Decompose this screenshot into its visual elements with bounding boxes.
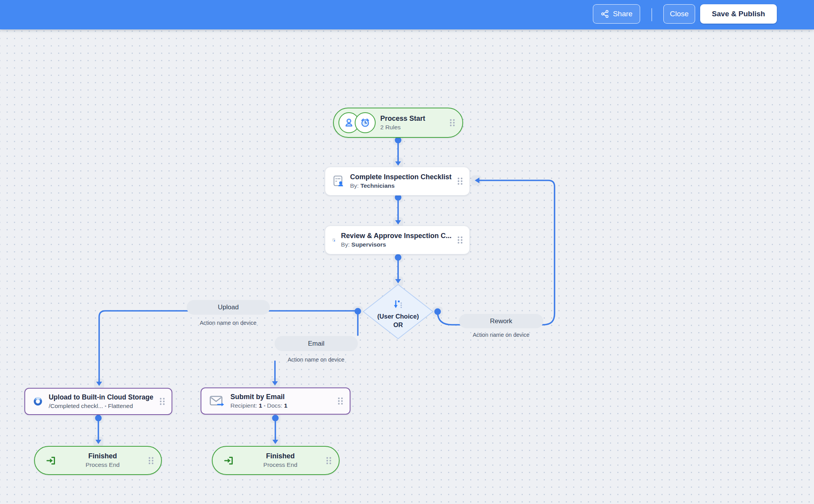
node-title: Complete Inspection Checklist bbox=[350, 173, 452, 181]
by-label: By: bbox=[350, 182, 359, 189]
node-user-choice[interactable]: (User Choice) OR bbox=[359, 281, 437, 343]
checklist-form-icon bbox=[332, 233, 336, 247]
node-title: Finished bbox=[266, 452, 295, 460]
docs-label: Docs: bbox=[267, 402, 282, 409]
drag-handle-icon[interactable] bbox=[457, 236, 463, 244]
node-subtitle: By: Supervisors bbox=[341, 241, 452, 248]
process-end-icon bbox=[46, 455, 57, 466]
node-finished-left[interactable]: Finished Process End bbox=[34, 446, 162, 475]
drag-handle-icon[interactable] bbox=[148, 456, 154, 465]
top-header: Share Close Save & Publish bbox=[0, 0, 814, 29]
node-review-approve[interactable]: Review & Approve Inspection C... By: Sup… bbox=[325, 226, 470, 254]
header-divider bbox=[651, 8, 652, 21]
share-icon bbox=[601, 10, 609, 18]
action-caption-upload: Action name on device bbox=[200, 320, 257, 326]
email-send-icon bbox=[209, 395, 225, 407]
drag-handle-icon[interactable] bbox=[326, 456, 332, 465]
action-label-email[interactable]: Email bbox=[275, 336, 358, 351]
by-value: Technicians bbox=[361, 182, 395, 189]
share-button[interactable]: Share bbox=[593, 4, 640, 24]
node-finished-right[interactable]: Finished Process End bbox=[212, 446, 340, 475]
drag-handle-icon[interactable] bbox=[159, 397, 165, 406]
choice-line2: OR bbox=[377, 321, 419, 329]
node-subtitle: Process End bbox=[86, 461, 120, 468]
recipient-label: Recipient: bbox=[230, 402, 257, 409]
close-button-label: Close bbox=[670, 10, 689, 18]
storage-mode: Flattened bbox=[108, 403, 133, 409]
cloud-storage-logo-icon bbox=[33, 395, 43, 408]
docs-value: 1 bbox=[284, 402, 287, 409]
node-subtitle: By: Technicians bbox=[350, 182, 452, 189]
process-end-icon bbox=[223, 455, 235, 466]
node-subtitle: Process End bbox=[263, 461, 297, 468]
workflow-canvas[interactable] bbox=[0, 29, 814, 504]
workflow-editor: Share Close Save & Publish bbox=[0, 0, 814, 504]
by-value: Supervisors bbox=[351, 241, 386, 248]
node-cloud-storage[interactable]: Upload to Built-in Cloud Storage /Comple… bbox=[24, 388, 172, 415]
drag-handle-icon[interactable] bbox=[337, 397, 343, 405]
action-caption-rework: Action name on device bbox=[473, 332, 530, 338]
node-title: Review & Approve Inspection C... bbox=[341, 232, 452, 240]
action-label-rework[interactable]: Rework bbox=[459, 314, 543, 328]
node-subtitle: Recipient: 1•Docs: 1 bbox=[230, 402, 287, 409]
save-publish-button[interactable]: Save & Publish bbox=[700, 4, 777, 24]
schedule-trigger-icon bbox=[355, 112, 376, 133]
node-title: Submit by Email bbox=[230, 393, 287, 401]
by-label: By: bbox=[341, 241, 350, 248]
recipient-value: 1 bbox=[259, 402, 262, 409]
node-complete-checklist[interactable]: Complete Inspection Checklist By: Techni… bbox=[325, 167, 470, 195]
node-title: Upload to Built-in Cloud Storage bbox=[49, 393, 153, 401]
action-label-text: Upload bbox=[218, 303, 239, 311]
checklist-form-icon bbox=[332, 174, 345, 188]
node-process-start[interactable]: Process Start 2 Rules bbox=[333, 108, 463, 138]
node-subtitle: /Completed checkl...•Flattened bbox=[49, 403, 153, 410]
drag-handle-icon[interactable] bbox=[449, 118, 455, 127]
action-caption-email: Action name on device bbox=[288, 357, 345, 363]
drag-handle-icon[interactable] bbox=[457, 177, 463, 185]
node-submit-email[interactable]: Submit by Email Recipient: 1•Docs: 1 bbox=[201, 387, 350, 415]
node-title: Finished bbox=[88, 452, 117, 460]
share-button-label: Share bbox=[613, 10, 633, 18]
choice-line1: (User Choice) bbox=[377, 312, 419, 321]
action-label-text: Rework bbox=[490, 317, 512, 325]
branch-choice-icon bbox=[393, 300, 404, 310]
bullet-separator: • bbox=[103, 403, 108, 409]
action-label-upload[interactable]: Upload bbox=[187, 300, 270, 315]
bullet-separator: • bbox=[262, 403, 267, 409]
save-publish-button-label: Save & Publish bbox=[712, 10, 765, 18]
action-label-text: Email bbox=[308, 340, 325, 348]
storage-path: /Completed checkl... bbox=[49, 403, 103, 409]
node-subtitle: 2 Rules bbox=[380, 124, 425, 131]
node-title: Process Start bbox=[380, 115, 425, 123]
close-button[interactable]: Close bbox=[663, 4, 695, 24]
